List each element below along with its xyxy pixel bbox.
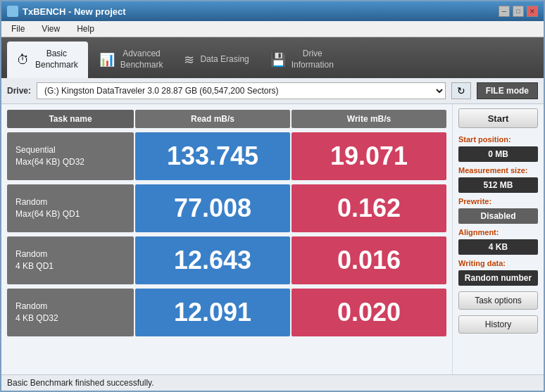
table-row: SequentialMax(64 KB) QD32 133.745 19.071 [7,132,446,180]
writing-data-value: Random number [458,270,538,286]
tab-drive-information[interactable]: 💾 DriveInformation [261,42,344,78]
row2-label: RandomMax(64 KB) QD1 [7,184,134,232]
tab-basic-benchmark[interactable]: ⏱ BasicBenchmark [7,42,88,78]
row1-write: 19.071 [292,132,446,180]
status-bar: Basic Benchmark finished successfully. [1,374,544,391]
title-bar: TxBENCH - New project ─ □ ✕ [1,1,544,21]
tab-drive-label: DriveInformation [292,49,334,70]
tab-bar: ⏱ BasicBenchmark 📊 AdvancedBenchmark ≋ D… [1,37,544,78]
tab-data-erasing[interactable]: ≋ Data Erasing [174,42,258,78]
menu-view[interactable]: View [37,23,64,35]
drive-select[interactable]: (G:) Kingston DataTraveler 3.0 28.87 GB … [37,82,446,99]
row4-label: Random4 KB QD32 [7,289,134,336]
minimize-button[interactable]: ─ [499,6,510,17]
title-bar-left: TxBENCH - New project [7,6,126,17]
tab-drive-icon: 💾 [270,52,286,68]
menu-file[interactable]: File [7,23,29,35]
content-area: Drive: (G:) Kingston DataTraveler 3.0 28… [1,78,544,391]
menu-help[interactable]: Help [73,23,99,35]
row1-read: 133.745 [135,132,290,180]
start-button[interactable]: Start [458,108,538,128]
table-row: Random4 KB QD32 12.091 0.020 [7,289,446,336]
tab-basic-icon: ⏱ [17,53,30,68]
benchmark-area: Task name Read mB/s Write mB/s Sequentia… [1,104,452,374]
header-read: Read mB/s [135,110,290,128]
task-options-button[interactable]: Task options [458,291,538,310]
window-title: TxBENCH - New project [23,6,126,17]
tab-erasing-label: Data Erasing [200,54,249,65]
row2-write: 0.162 [292,184,446,232]
alignment-label: Alignment: [458,228,538,236]
table-row: RandomMax(64 KB) QD1 77.008 0.162 [7,184,446,232]
alignment-value: 4 KB [458,239,538,255]
drive-label: Drive: [7,86,31,96]
table-row: Random4 KB QD1 12.643 0.016 [7,236,446,284]
status-text: Basic Benchmark finished successfully. [7,378,154,388]
menu-bar: File View Help [1,21,544,37]
tab-erasing-icon: ≋ [184,52,194,68]
main-panel: Task name Read mB/s Write mB/s Sequentia… [1,104,544,374]
refresh-button[interactable]: ↻ [451,82,471,99]
start-position-label: Start position: [458,135,538,144]
file-mode-button[interactable]: FILE mode [477,82,538,99]
tab-advanced-icon: 📊 [99,52,115,68]
close-button[interactable]: ✕ [527,6,538,17]
history-button[interactable]: History [458,315,538,334]
tab-advanced-label: AdvancedBenchmark [120,49,163,70]
tab-basic-label: BasicBenchmark [35,49,78,70]
tab-advanced-benchmark[interactable]: 📊 AdvancedBenchmark [89,42,173,78]
row4-write: 0.020 [292,289,446,336]
measurement-size-label: Measurement size: [458,166,538,175]
app-icon [7,6,18,17]
prewrite-label: Prewrite: [458,197,538,206]
row1-label: SequentialMax(64 KB) QD32 [7,132,134,180]
row3-write: 0.016 [292,236,446,284]
row4-read: 12.091 [135,289,290,336]
writing-data-label: Writing data: [458,259,538,267]
header-task: Task name [7,110,134,128]
row3-label: Random4 KB QD1 [7,236,134,284]
start-position-value: 0 MB [458,146,538,162]
row3-read: 12.643 [135,236,290,284]
drive-bar: Drive: (G:) Kingston DataTraveler 3.0 28… [1,78,544,104]
title-controls: ─ □ ✕ [499,6,538,17]
header-write: Write mB/s [292,110,446,128]
row2-read: 77.008 [135,184,290,232]
table-header: Task name Read mB/s Write mB/s [7,110,446,128]
app-window: TxBENCH - New project ─ □ ✕ File View He… [0,0,545,392]
prewrite-value: Disabled [458,208,538,224]
measurement-size-value: 512 MB [458,177,538,193]
right-panel: Start Start position: 0 MB Measurement s… [452,104,544,374]
maximize-button[interactable]: □ [513,6,524,17]
